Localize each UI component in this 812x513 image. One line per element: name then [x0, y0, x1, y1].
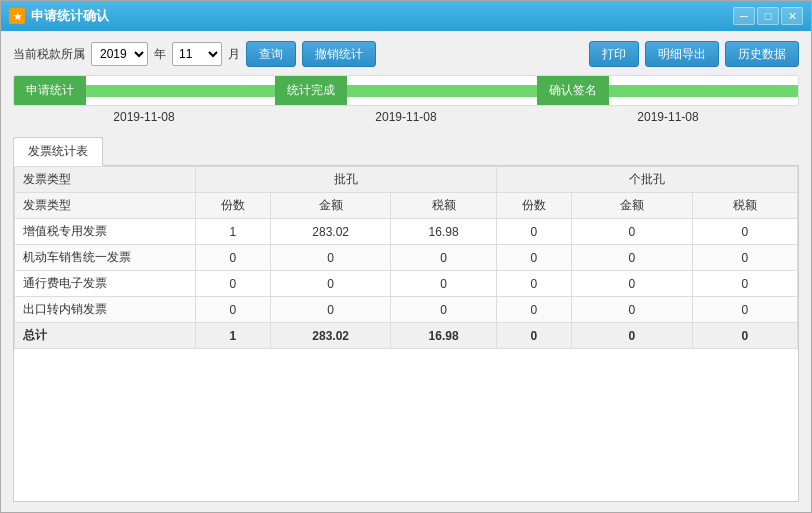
cell-b-amount: 0 [270, 271, 390, 297]
sub-header-i-count: 份数 [496, 193, 571, 219]
cell-type: 增值税专用发票 [15, 219, 196, 245]
sub-header-b-tax: 税额 [391, 193, 496, 219]
cell-type: 出口转内销发票 [15, 297, 196, 323]
table-group-header: 发票类型 批孔 个批孔 [15, 167, 798, 193]
tab-header: 发票统计表 [13, 136, 799, 166]
status-item-complete: 统计完成 [275, 76, 536, 105]
date-sign: 2019-11-08 [537, 106, 799, 128]
cell-i-amount: 0 [572, 245, 692, 271]
status-section: 申请统计 统计完成 确认签名 2019-11-08 2019-11-08 201… [13, 75, 799, 128]
col-header-individual: 个批孔 [496, 167, 797, 193]
col-header-type: 发票类型 [15, 167, 196, 193]
sub-header-i-tax: 税额 [692, 193, 797, 219]
cell-i-count: 0 [496, 219, 571, 245]
cell-b-tax: 0 [391, 271, 496, 297]
cell-b-tax: 0 [391, 297, 496, 323]
cell-total-b-count: 1 [195, 323, 270, 349]
title-bar: ★ 申请统计确认 ─ □ ✕ [1, 1, 811, 31]
cell-b-amount: 0 [270, 245, 390, 271]
app-icon: ★ [9, 8, 25, 24]
window-controls: ─ □ ✕ [733, 7, 803, 25]
invoice-table: 发票类型 批孔 个批孔 发票类型 份数 金额 税额 份数 金额 税额 [14, 166, 798, 349]
cell-i-amount: 0 [572, 219, 692, 245]
toolbar: 当前税款所属 2019 年 11 月 查询 撤销统计 打印 明细导出 历史数据 [13, 41, 799, 67]
cell-total-label: 总计 [15, 323, 196, 349]
history-button[interactable]: 历史数据 [725, 41, 799, 67]
cancel-stat-button[interactable]: 撤销统计 [302, 41, 376, 67]
status-label-sign: 确认签名 [537, 76, 609, 105]
table-row: 增值税专用发票 1 283.02 16.98 0 0 0 [15, 219, 798, 245]
tab-container: 发票统计表 发票类型 批孔 个批孔 发票类型 份数 金额 [13, 136, 799, 502]
cell-b-count: 0 [195, 271, 270, 297]
query-button[interactable]: 查询 [246, 41, 296, 67]
cell-b-amount: 0 [270, 297, 390, 323]
cell-total-i-count: 0 [496, 323, 571, 349]
table-row: 机动车销售统一发票 0 0 0 0 0 0 [15, 245, 798, 271]
table-row: 通行费电子发票 0 0 0 0 0 0 [15, 271, 798, 297]
status-bar: 申请统计 统计完成 确认签名 [13, 75, 799, 106]
cell-total-i-amount: 0 [572, 323, 692, 349]
total-row: 总计 1 283.02 16.98 0 0 0 [15, 323, 798, 349]
cell-i-tax: 0 [692, 245, 797, 271]
title-bar-left: ★ 申请统计确认 [9, 7, 109, 25]
year-select[interactable]: 2019 [91, 42, 148, 66]
date-complete: 2019-11-08 [275, 106, 537, 128]
status-date-row: 2019-11-08 2019-11-08 2019-11-08 [13, 106, 799, 128]
cell-i-count: 0 [496, 297, 571, 323]
content-area: 当前税款所属 2019 年 11 月 查询 撤销统计 打印 明细导出 历史数据 … [1, 31, 811, 512]
tab-invoice-stat[interactable]: 发票统计表 [13, 137, 103, 166]
month-select[interactable]: 11 [172, 42, 222, 66]
cell-i-amount: 0 [572, 297, 692, 323]
cell-i-count: 0 [496, 271, 571, 297]
cell-total-b-amount: 283.02 [270, 323, 390, 349]
table-row: 出口转内销发票 0 0 0 0 0 0 [15, 297, 798, 323]
cell-i-amount: 0 [572, 271, 692, 297]
cell-i-tax: 0 [692, 271, 797, 297]
table-sub-header: 发票类型 份数 金额 税额 份数 金额 税额 [15, 193, 798, 219]
status-value-complete [347, 85, 536, 97]
cell-i-count: 0 [496, 245, 571, 271]
cell-b-count: 0 [195, 297, 270, 323]
col-header-batch: 批孔 [195, 167, 496, 193]
status-item-apply: 申请统计 [14, 76, 275, 105]
status-value-apply [86, 85, 275, 97]
date-apply: 2019-11-08 [13, 106, 275, 128]
tab-content: 发票类型 批孔 个批孔 发票类型 份数 金额 税额 份数 金额 税额 [13, 166, 799, 502]
status-item-sign: 确认签名 [537, 76, 798, 105]
sub-header-b-count: 份数 [195, 193, 270, 219]
year-unit: 年 [154, 46, 166, 63]
year-label: 当前税款所属 [13, 46, 85, 63]
minimize-button[interactable]: ─ [733, 7, 755, 25]
cell-type: 机动车销售统一发票 [15, 245, 196, 271]
cell-i-tax: 0 [692, 297, 797, 323]
cell-b-tax: 16.98 [391, 219, 496, 245]
main-window: ★ 申请统计确认 ─ □ ✕ 当前税款所属 2019 年 11 月 查询 撤销统… [0, 0, 812, 513]
status-value-sign [609, 85, 798, 97]
window-title: 申请统计确认 [31, 7, 109, 25]
cell-type: 通行费电子发票 [15, 271, 196, 297]
cell-b-count: 1 [195, 219, 270, 245]
cell-total-i-tax: 0 [692, 323, 797, 349]
cell-total-b-tax: 16.98 [391, 323, 496, 349]
sub-header-i-amount: 金额 [572, 193, 692, 219]
cell-i-tax: 0 [692, 219, 797, 245]
status-label-complete: 统计完成 [275, 76, 347, 105]
cell-b-amount: 283.02 [270, 219, 390, 245]
cell-b-count: 0 [195, 245, 270, 271]
month-unit: 月 [228, 46, 240, 63]
export-button[interactable]: 明细导出 [645, 41, 719, 67]
sub-header-type: 发票类型 [15, 193, 196, 219]
close-button[interactable]: ✕ [781, 7, 803, 25]
print-button[interactable]: 打印 [589, 41, 639, 67]
status-label-apply: 申请统计 [14, 76, 86, 105]
maximize-button[interactable]: □ [757, 7, 779, 25]
sub-header-b-amount: 金额 [270, 193, 390, 219]
cell-b-tax: 0 [391, 245, 496, 271]
